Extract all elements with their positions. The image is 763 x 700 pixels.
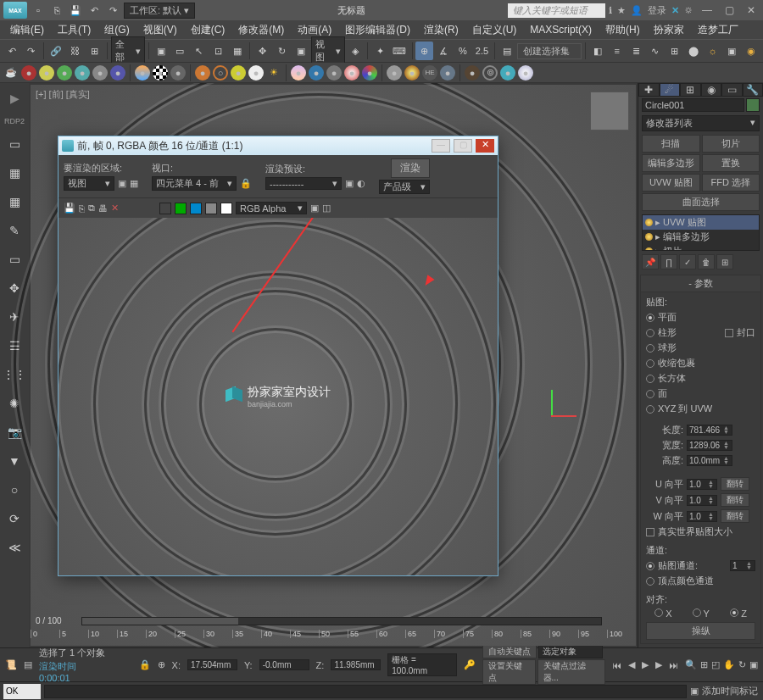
box-icon[interactable]: ▦ xyxy=(4,163,25,183)
timeline-ruler[interactable]: 0510152025303540455055606570758085909510… xyxy=(31,627,636,641)
swatch-mono[interactable] xyxy=(205,203,217,214)
grid4-icon[interactable]: ▦ xyxy=(4,192,25,212)
nav-zoom-icon[interactable]: 🔍 xyxy=(685,659,697,670)
preset-opt-icon[interactable]: ▣ xyxy=(345,178,354,189)
timeline-scrollbar[interactable] xyxy=(81,617,602,625)
mapchan-spinner[interactable]: 1▲▼ xyxy=(730,560,755,571)
ref-coord-dropdown[interactable]: 视图▾ xyxy=(311,36,345,65)
viewport-label[interactable]: [+] [前] [真实] xyxy=(36,88,90,101)
menu-tools[interactable]: 工具(T) xyxy=(53,21,96,39)
radio-shrink[interactable] xyxy=(646,359,654,368)
script-icon[interactable]: 📜 xyxy=(5,659,17,670)
radio-mapchan[interactable] xyxy=(646,562,654,570)
swatch-alpha[interactable] xyxy=(220,203,232,214)
listener-icon[interactable]: ▤ xyxy=(24,659,32,670)
view-cube[interactable] xyxy=(590,92,629,131)
render-button[interactable]: 渲染 xyxy=(391,158,430,178)
search-input[interactable]: 键入关键字或短语 xyxy=(508,3,605,18)
length-spinner[interactable]: 781.466▲▼ xyxy=(687,425,732,436)
mat-sun-icon[interactable]: ☀ xyxy=(266,65,281,81)
move-icon[interactable]: ✥ xyxy=(253,42,271,60)
select-arrow-icon[interactable]: ↖ xyxy=(191,42,209,60)
minimize-button[interactable]: — xyxy=(699,3,716,17)
select-name-icon[interactable]: ⊡ xyxy=(209,42,227,60)
print-icon[interactable]: 🖶 xyxy=(98,203,108,214)
app-logo-icon[interactable]: MAX xyxy=(3,2,27,19)
render-minimize-button[interactable]: — xyxy=(432,139,450,153)
align-icon[interactable]: ≡ xyxy=(608,42,626,60)
swatch-green[interactable] xyxy=(175,203,187,214)
menu-render[interactable]: 渲染(R) xyxy=(419,21,464,39)
select-region-icon[interactable]: ▦ xyxy=(229,42,247,60)
manipulate-icon[interactable]: ✦ xyxy=(371,42,389,60)
key-icon[interactable]: 🔑 xyxy=(464,659,476,670)
nav-zoomall-icon[interactable]: ⊞ xyxy=(700,659,708,670)
undo-button[interactable]: ↶ xyxy=(3,42,21,60)
menu-modifiers[interactable]: 修改器(M) xyxy=(233,21,289,39)
angle-snap-icon[interactable]: ∡ xyxy=(435,42,453,60)
mirror-icon[interactable]: ◧ xyxy=(589,42,607,60)
material-editor-icon[interactable]: ⬤ xyxy=(685,42,703,60)
nav-maximize-icon[interactable]: ▣ xyxy=(749,659,758,670)
circle-tool-icon[interactable]: ○ xyxy=(4,480,25,500)
star-icon[interactable]: ★ xyxy=(617,5,626,16)
checker-icon[interactable]: ● xyxy=(153,65,168,81)
user-icon[interactable]: 👤 xyxy=(631,5,643,16)
key-filter-button[interactable]: 关键点过滤器... xyxy=(537,659,606,685)
render-icon[interactable]: ◉ xyxy=(742,42,760,60)
object-name-input[interactable]: Circle001 xyxy=(642,98,744,112)
modifier-list-dropdown[interactable]: 修改器列表▾ xyxy=(642,115,760,131)
menu-zaomeng[interactable]: 造梦工厂 xyxy=(693,21,744,39)
sphere-green-icon[interactable]: ● xyxy=(57,65,72,81)
monitor-icon[interactable]: ▭ xyxy=(4,249,25,269)
tab-hierarchy[interactable]: ⊞ xyxy=(680,83,701,97)
percent-snap-icon[interactable]: % xyxy=(454,42,472,60)
redo-icon[interactable]: ↷ xyxy=(105,3,120,18)
stack-item-editpoly[interactable]: ▸编辑多边形 xyxy=(643,230,759,244)
info-icon[interactable]: ℹ xyxy=(609,5,612,16)
w-flip-button[interactable]: 翻转 xyxy=(721,509,749,523)
maxscript-prompt[interactable] xyxy=(44,685,687,698)
play-anim-icon[interactable]: ▶ xyxy=(642,659,649,670)
mat-cyan2-icon[interactable]: ● xyxy=(500,65,515,81)
region-icon[interactable]: ▣ xyxy=(118,178,126,189)
set-key-button[interactable]: 设置关键点 xyxy=(482,659,536,685)
menu-customize[interactable]: 自定义(U) xyxy=(467,21,522,39)
transform-type-icon[interactable]: ⊕ xyxy=(158,659,165,670)
tab-modify[interactable]: ☄ xyxy=(660,83,681,97)
gradient-icon[interactable]: ● xyxy=(135,65,150,81)
nav-fov-icon[interactable]: ◰ xyxy=(711,659,720,670)
coord-x-input[interactable]: 17.504mm xyxy=(187,659,237,670)
align-x-radio[interactable] xyxy=(654,608,663,617)
clone-image-icon[interactable]: ⧉ xyxy=(88,203,95,214)
bind-icon[interactable]: ⊞ xyxy=(86,42,103,60)
noise-icon[interactable]: ● xyxy=(170,65,186,81)
redo-button[interactable]: ↷ xyxy=(23,42,41,60)
lock-icon[interactable]: 🔒 xyxy=(240,178,252,189)
mat-plane-icon[interactable]: ● xyxy=(309,65,324,81)
radio-face[interactable] xyxy=(646,390,654,398)
width-spinner[interactable]: 1289.06▲▼ xyxy=(687,440,732,451)
u-flip-button[interactable]: 翻转 xyxy=(721,477,749,491)
v-tile-spinner[interactable]: 1.0▲▼ xyxy=(687,495,717,506)
mat-orange-icon[interactable]: ● xyxy=(195,65,210,81)
spinner-snap-icon[interactable]: 2.5 xyxy=(473,42,491,60)
maximize-button[interactable]: ▢ xyxy=(721,3,738,17)
render-close-button[interactable]: ✕ xyxy=(476,139,494,153)
viewport[interactable]: [+] [前] [真实] 前, 帧 0, RGBA 颜色 16 位/通道 (1:… xyxy=(31,85,636,646)
close-button[interactable]: ✕ xyxy=(743,3,760,17)
pivot-icon[interactable]: ◈ xyxy=(347,42,365,60)
schematic-icon[interactable]: ⊞ xyxy=(666,42,683,60)
swatch-blue[interactable] xyxy=(190,203,202,214)
undo-icon[interactable]: ↶ xyxy=(86,3,102,18)
v-flip-button[interactable]: 翻转 xyxy=(721,493,749,507)
modifier-stack[interactable]: ▸UVW 贴图 ▸编辑多边形 ▸切片 ▸切片 ▸切片 ▸切片 ▸编辑多边形 扫描 xyxy=(642,214,760,251)
mat-sky-icon[interactable]: ● xyxy=(291,65,306,81)
tab-create[interactable]: ✚ xyxy=(638,83,660,97)
prev-frame-icon[interactable]: ◀ xyxy=(628,659,635,670)
rotate-icon[interactable]: ↻ xyxy=(273,42,291,60)
quick-slice-button[interactable]: 切片 xyxy=(702,135,760,153)
menu-create[interactable]: 创建(C) xyxy=(186,21,231,39)
quick-scan-button[interactable]: 扫描 xyxy=(642,135,700,153)
remove-mod-icon[interactable]: 🗑 xyxy=(698,254,715,269)
